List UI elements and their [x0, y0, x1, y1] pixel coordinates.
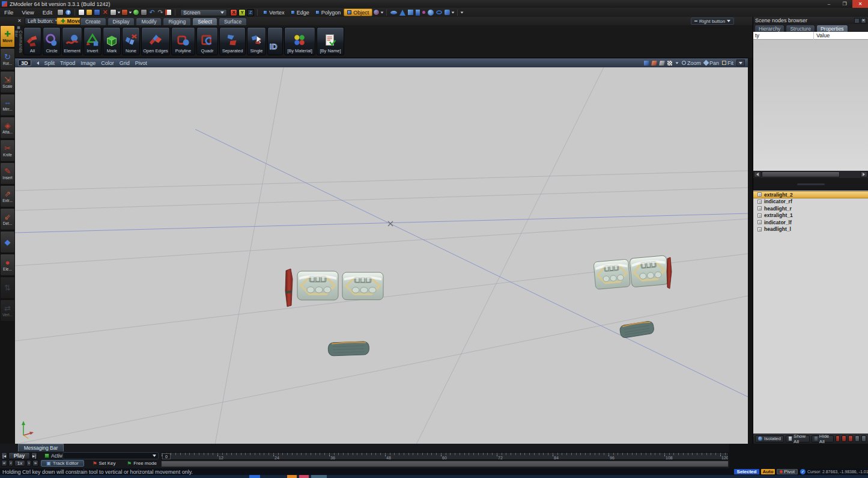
- notes-icon[interactable]: [165, 9, 172, 16]
- redo-icon[interactable]: ↷: [157, 9, 164, 16]
- fit-control[interactable]: Fit: [722, 60, 733, 66]
- list-view-icon[interactable]: [855, 435, 860, 442]
- timeline-ruler[interactable]: 0 12 24 36 48 60 72 84 96 108 120 0: [161, 452, 729, 460]
- export-icon[interactable]: [121, 9, 128, 16]
- messaging-bar-tab[interactable]: Messaging Bar: [18, 444, 64, 452]
- tool-knife[interactable]: ✂ Knife: [0, 139, 15, 162]
- tab-surface[interactable]: Surface: [219, 17, 247, 25]
- fast-forward-button[interactable]: »: [32, 460, 38, 467]
- primitive-sphere-icon[interactable]: [428, 10, 434, 16]
- play-button[interactable]: Play: [8, 452, 30, 459]
- menu-file[interactable]: File: [0, 9, 17, 16]
- node-icon[interactable]: [757, 220, 762, 224]
- tab-select[interactable]: Select: [192, 17, 217, 25]
- zoom-control[interactable]: Zoom: [682, 60, 701, 66]
- tool-mirror[interactable]: ⇔ Mirr...: [0, 94, 15, 116]
- tab-properties[interactable]: Properties: [816, 25, 848, 32]
- tab-modify[interactable]: Modify: [136, 17, 162, 25]
- select-separated-button[interactable]: Separated: [219, 27, 246, 55]
- mode-vertex-button[interactable]: Vertex: [260, 8, 288, 16]
- taskbar-app-3[interactable]: [299, 475, 309, 478]
- tool-move[interactable]: ✚ Move: [0, 25, 15, 47]
- eraser-tool-icon[interactable]: [659, 61, 665, 66]
- select-element-button[interactable]: Element: [62, 27, 82, 55]
- isolated-button[interactable]: Isolated: [755, 435, 784, 443]
- refresh-list-icon[interactable]: [848, 435, 853, 442]
- tab-create[interactable]: Create: [80, 17, 106, 25]
- glass-panel-1[interactable]: [328, 342, 369, 356]
- checker-icon[interactable]: [667, 61, 672, 66]
- undo-icon[interactable]: ↶: [148, 9, 156, 16]
- free-mode-button[interactable]: ⚑ Free mode: [124, 460, 160, 467]
- headlight-mesh-3[interactable]: [593, 259, 631, 289]
- mode-edge-button[interactable]: Edge: [288, 8, 312, 16]
- import-dropdown-icon[interactable]: [118, 11, 121, 13]
- draw-tool-icon[interactable]: [644, 61, 649, 66]
- vp-menu-grid[interactable]: Grid: [120, 60, 130, 66]
- track-select-dropdown[interactable]: [62, 452, 159, 459]
- menu-edit[interactable]: Edit: [38, 9, 56, 16]
- save-icon[interactable]: [94, 9, 100, 16]
- node-extralight_2[interactable]: extralight_2: [753, 191, 868, 198]
- close-commands-icon[interactable]: ✕: [17, 18, 22, 23]
- node-icon[interactable]: [757, 206, 762, 210]
- glass-panel-2[interactable]: [619, 320, 655, 339]
- tool-attach[interactable]: ◈ Atta...: [0, 117, 15, 139]
- show-all-button[interactable]: Show All: [786, 435, 810, 443]
- primitive-cube-icon[interactable]: [408, 10, 413, 15]
- viewport-canvas[interactable]: [15, 67, 748, 444]
- go-start-button[interactable]: |◂: [1, 452, 7, 459]
- right-button-combo[interactable]: Right button: [691, 17, 734, 25]
- panel-splitter[interactable]: [753, 178, 868, 191]
- scroll-right-button[interactable]: [860, 171, 867, 177]
- new-file-icon[interactable]: [78, 9, 85, 16]
- detail-view-icon[interactable]: [861, 435, 866, 442]
- select-mark-button[interactable]: Mark: [103, 27, 121, 55]
- stop-icon[interactable]: [141, 9, 147, 16]
- hide-all-button[interactable]: Hide All: [812, 435, 833, 443]
- help-icon[interactable]: ?: [65, 9, 71, 16]
- select-all-button[interactable]: All: [23, 27, 41, 55]
- select-invert-button[interactable]: Invert: [83, 27, 102, 55]
- axis-y-button[interactable]: Y: [238, 9, 246, 16]
- tool-updown[interactable]: ⇅: [0, 277, 15, 299]
- chevron-down-icon[interactable]: [452, 11, 455, 13]
- tool-element[interactable]: ● Ele...: [0, 254, 15, 276]
- maximize-button[interactable]: ❐: [837, 0, 852, 8]
- selection-mode-icon[interactable]: [373, 9, 380, 16]
- menu-view[interactable]: View: [17, 9, 38, 16]
- close-icon[interactable]: ✕: [861, 18, 866, 23]
- primitive-cylinder-icon[interactable]: [445, 10, 450, 15]
- select-by-name-button[interactable]: [By Name]: [317, 27, 344, 55]
- axis-x-button[interactable]: X: [230, 9, 237, 16]
- primitive-torus-icon[interactable]: [436, 10, 442, 14]
- chevron-down-icon[interactable]: [461, 11, 464, 13]
- node-indicator_rf[interactable]: indicator_rf: [753, 198, 868, 206]
- selected-mode-badge[interactable]: Selected: [734, 469, 759, 474]
- primitive-disc-icon[interactable]: [390, 11, 397, 14]
- tool-vertices[interactable]: ⇄ Vert...: [0, 299, 15, 322]
- taillight-strip-left[interactable]: [285, 269, 293, 307]
- properties-hscrollbar[interactable]: [753, 171, 868, 178]
- vp-menu-pivot[interactable]: Pivot: [135, 60, 147, 66]
- select-polyline-button[interactable]: Polyline: [171, 27, 195, 55]
- scrollbar-thumb[interactable]: [762, 171, 840, 177]
- headlight-mesh-1[interactable]: [297, 271, 338, 300]
- dock-icon[interactable]: [854, 18, 860, 23]
- select-single-button[interactable]: Single: [247, 27, 266, 55]
- primitive-dummy-icon[interactable]: [422, 11, 425, 14]
- node-extralight_1[interactable]: extralight_1: [753, 212, 868, 219]
- go-end-button[interactable]: ▸|: [31, 452, 37, 459]
- screen-space-combo[interactable]: Screen: [180, 9, 227, 16]
- pan-control[interactable]: Pan: [704, 60, 719, 66]
- taskbar-app-1[interactable]: [249, 475, 260, 478]
- vp-menu-image[interactable]: Image: [80, 60, 96, 66]
- tab-hierarchy[interactable]: Hierarchy: [754, 25, 785, 32]
- set-key-button[interactable]: ⚑ Set Key: [86, 460, 121, 467]
- expand-up-icon[interactable]: [836, 435, 840, 442]
- tab-rigging[interactable]: Rigging: [163, 17, 191, 25]
- step-back-button[interactable]: ‹: [8, 460, 13, 467]
- taillight-strip-right[interactable]: [667, 257, 672, 289]
- select-by-id-button[interactable]: ID: [267, 27, 283, 55]
- scroll-left-button[interactable]: [754, 171, 761, 177]
